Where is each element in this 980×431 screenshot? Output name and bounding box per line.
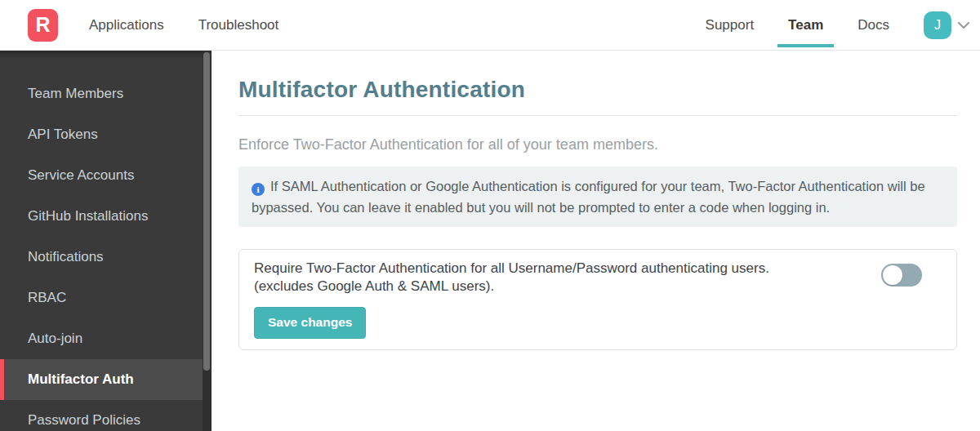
- setting-label-line2: (excludes Google Auth & SAML users).: [254, 278, 865, 295]
- navbar-right-links: Support Team Docs J: [706, 11, 980, 39]
- toggle-knob: [883, 265, 902, 285]
- user-menu[interactable]: J: [924, 11, 970, 39]
- info-note-text: If SAML Authentication or Google Authent…: [252, 179, 925, 215]
- main-content: Multifactor Authentication Enforce Two-F…: [212, 51, 980, 431]
- info-note: iIf SAML Authentication or Google Authen…: [238, 167, 957, 227]
- nav-link-support[interactable]: Support: [706, 17, 755, 33]
- save-changes-button[interactable]: Save changes: [254, 307, 366, 339]
- navbar-left-links: Applications Troubleshoot: [89, 17, 278, 33]
- setting-label: Require Two-Factor Authentication for al…: [254, 260, 865, 339]
- sidebar-item-api-tokens[interactable]: API Tokens: [0, 114, 203, 155]
- nav-link-applications[interactable]: Applications: [89, 17, 164, 33]
- page-title: Multifactor Authentication: [238, 77, 957, 103]
- sidebar-item-multifactor-auth[interactable]: Multifactor Auth: [0, 359, 203, 400]
- settings-sidebar: Team Members API Tokens Service Accounts…: [0, 51, 212, 431]
- sidebar-item-notifications[interactable]: Notifications: [0, 237, 203, 278]
- sidebar-item-rbac[interactable]: RBAC: [0, 278, 203, 318]
- two-factor-toggle[interactable]: [881, 264, 922, 287]
- top-navbar: R Applications Troubleshoot Support Team…: [0, 0, 980, 51]
- sidebar-item-password-policies[interactable]: Password Policies: [0, 400, 203, 431]
- nav-link-docs[interactable]: Docs: [858, 17, 889, 33]
- nav-link-troubleshoot[interactable]: Troubleshoot: [198, 17, 279, 33]
- rollbar-logo-icon[interactable]: R: [28, 9, 58, 42]
- sidebar-item-team-members[interactable]: Team Members: [0, 73, 203, 114]
- title-divider: [238, 115, 957, 116]
- sidebar-item-auto-join[interactable]: Auto-join: [0, 318, 203, 359]
- sidebar-item-github-installations[interactable]: GitHub Installations: [0, 196, 203, 237]
- setting-label-line1: Require Two-Factor Authentication for al…: [254, 260, 865, 278]
- sidebar-item-service-accounts[interactable]: Service Accounts: [0, 155, 203, 196]
- info-icon: i: [252, 183, 265, 196]
- chevron-down-icon[interactable]: [957, 21, 970, 29]
- intro-text: Enforce Two-Factor Authentication for al…: [238, 136, 957, 153]
- two-factor-setting-card: Require Two-Factor Authentication for al…: [238, 249, 957, 350]
- nav-link-team[interactable]: Team: [788, 17, 823, 33]
- sidebar-scrollbar-thumb[interactable]: [203, 52, 210, 371]
- avatar[interactable]: J: [924, 11, 951, 39]
